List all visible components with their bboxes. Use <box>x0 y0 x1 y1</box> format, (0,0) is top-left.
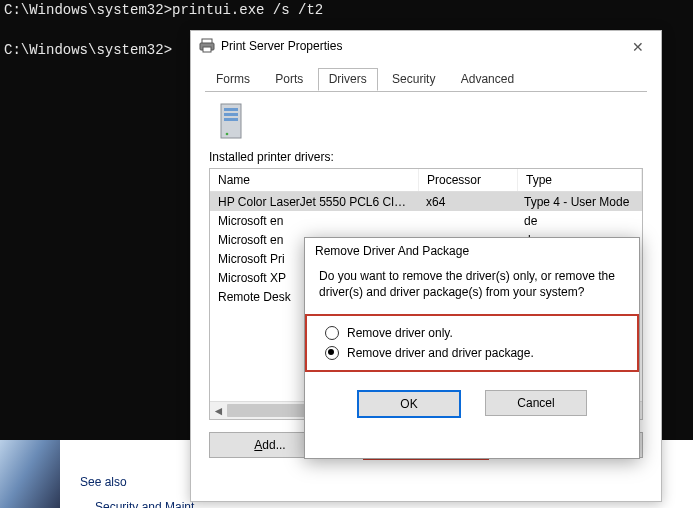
tab-security[interactable]: Security <box>381 68 446 91</box>
col-type[interactable]: Type <box>518 169 642 191</box>
svg-rect-4 <box>224 108 238 111</box>
cell-proc: x64 <box>418 194 516 210</box>
col-processor[interactable]: Processor <box>419 169 518 191</box>
server-icon <box>215 102 247 142</box>
cell-type: Type 4 - User Mode <box>516 194 642 210</box>
radio-label: Remove driver and driver package. <box>347 346 534 360</box>
table-header: Name Processor Type <box>210 169 642 192</box>
radio-icon <box>325 346 339 360</box>
radio-icon <box>325 326 339 340</box>
svg-point-7 <box>226 133 229 136</box>
cmd-line-1: C:\Windows\system32>printui.exe /s /t2 <box>0 0 693 20</box>
scroll-left-icon[interactable]: ◄ <box>210 402 227 419</box>
svg-rect-5 <box>224 113 238 116</box>
table-row[interactable]: Microsoft en de <box>210 211 642 230</box>
radio-remove-driver-package[interactable]: Remove driver and driver package. <box>325 346 619 360</box>
svg-rect-6 <box>224 118 238 121</box>
cell-type: de <box>516 213 642 229</box>
cell-proc <box>418 220 516 222</box>
close-icon: ✕ <box>632 40 644 54</box>
radio-label: Remove driver only. <box>347 326 453 340</box>
cancel-button-label: Cancel <box>517 396 554 410</box>
dialog-message: Do you want to remove the driver(s) only… <box>305 268 639 316</box>
security-maintenance-link[interactable]: Security and Maint <box>95 500 194 508</box>
tab-strip: Forms Ports Drivers Security Advanced <box>205 67 647 92</box>
add-button-label: Add... <box>254 438 285 452</box>
col-name[interactable]: Name <box>210 169 419 191</box>
window-title: Print Server Properties <box>221 39 342 53</box>
control-panel-accent <box>0 440 60 508</box>
close-button[interactable]: ✕ <box>621 37 655 57</box>
cell-name: Microsoft en <box>210 213 418 229</box>
radio-remove-driver-only[interactable]: Remove driver only. <box>325 326 619 340</box>
radio-group: Remove driver only. Remove driver and dr… <box>307 316 637 370</box>
table-row[interactable]: HP Color LaserJet 5550 PCL6 Clas... x64 … <box>210 192 642 211</box>
cell-name: HP Color LaserJet 5550 PCL6 Clas... <box>210 194 418 210</box>
ok-button-label: OK <box>400 397 417 411</box>
tab-drivers[interactable]: Drivers <box>318 68 378 91</box>
tab-forms[interactable]: Forms <box>205 68 261 91</box>
printer-icon <box>199 38 215 54</box>
tab-advanced[interactable]: Advanced <box>450 68 525 91</box>
svg-rect-2 <box>203 47 211 52</box>
remove-driver-dialog: Remove Driver And Package Do you want to… <box>304 237 640 459</box>
installed-drivers-label: Installed printer drivers: <box>209 150 643 164</box>
cancel-button[interactable]: Cancel <box>485 390 587 416</box>
see-also-heading: See also <box>80 475 127 489</box>
ok-button[interactable]: OK <box>357 390 461 418</box>
dialog-title: Remove Driver And Package <box>305 238 639 268</box>
tab-ports[interactable]: Ports <box>264 68 314 91</box>
